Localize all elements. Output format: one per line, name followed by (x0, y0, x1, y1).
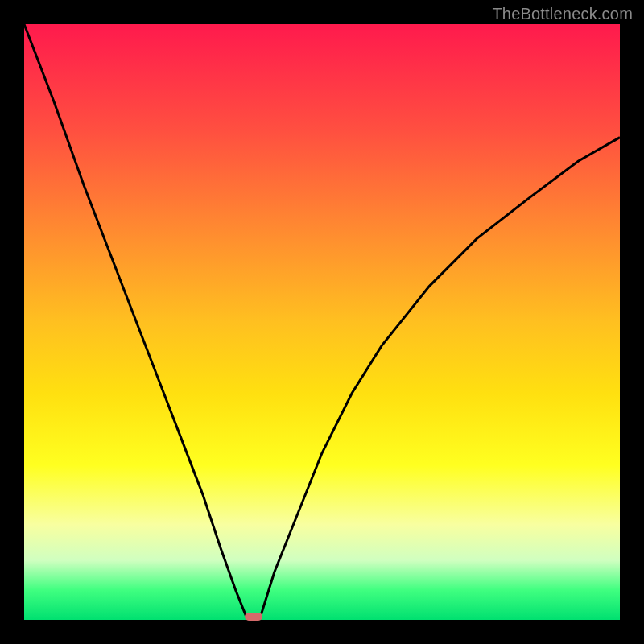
optimum-marker (245, 613, 262, 621)
chart-curve-layer (24, 24, 620, 620)
curve-right-branch (259, 138, 620, 620)
curve-left-branch (24, 24, 248, 620)
watermark-text: TheBottleneck.com (492, 5, 633, 23)
